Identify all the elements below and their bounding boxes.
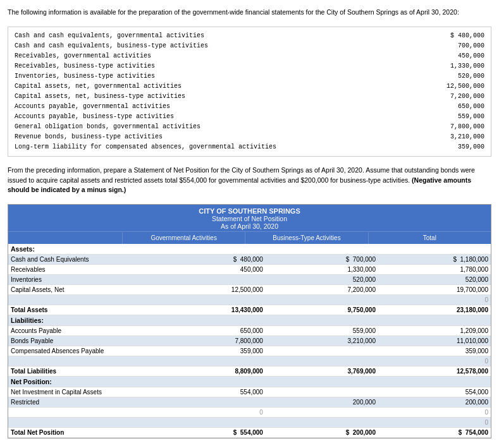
info-label-1: Cash and cash equivalents, governmental … bbox=[15, 31, 421, 41]
col-header-biz: Business-Type Activities bbox=[245, 232, 367, 244]
accounts-payable-label: Accounts Payable bbox=[8, 326, 153, 336]
cash-biz-dollar: $ bbox=[346, 256, 350, 263]
capital-row: Capital Assets, Net 12,500,000 7,200,000… bbox=[8, 285, 491, 295]
column-headers: Governmental Activities Business-Type Ac… bbox=[8, 231, 491, 244]
col-header-gov: Governmental Activities bbox=[122, 232, 245, 244]
info-label-10: General obligation bonds, governmental a… bbox=[15, 122, 421, 132]
statement-header: CITY OF SOUTHERN SPRINGS Statement of Ne… bbox=[8, 205, 491, 231]
net-position-header-row: Net Position: bbox=[8, 377, 491, 387]
total-liab-label: Total Liabilities bbox=[8, 366, 153, 377]
total-net-biz-dollar: $ bbox=[346, 429, 350, 436]
restricted-biz: 200,000 bbox=[266, 397, 378, 408]
accounts-payable-biz: 559,000 bbox=[266, 326, 378, 336]
assets-gov-empty bbox=[153, 244, 266, 255]
liab-gov-empty bbox=[153, 315, 266, 326]
info-label-7: Capital assets, net, business-type activ… bbox=[15, 92, 421, 102]
accounts-payable-gov: 650,000 bbox=[153, 326, 266, 336]
net-position-label: Net Position: bbox=[8, 377, 153, 387]
total-net-total: $ 754,000 bbox=[378, 428, 491, 438]
statement-title: Statement of Net Position bbox=[8, 215, 491, 222]
info-label-11: Revenue bonds, business-type activities bbox=[15, 132, 421, 142]
info-value-12: 359,000 bbox=[421, 142, 484, 152]
bonds-total: 11,010,000 bbox=[378, 336, 491, 346]
total-net-label: Total Net Position bbox=[8, 428, 153, 438]
total-net-biz-value: 200,000 bbox=[353, 429, 376, 436]
cash-total-value: 1,180,000 bbox=[460, 256, 489, 263]
info-value-6: 12,500,000 bbox=[421, 82, 484, 92]
info-row-6: Capital assets, net, governmental activi… bbox=[15, 82, 484, 92]
info-row-8: Accounts payable, governmental activitie… bbox=[15, 102, 484, 112]
np-biz-empty bbox=[266, 377, 378, 387]
info-value-8: 650,000 bbox=[421, 102, 484, 112]
comp-row: Compensated Absences Payable 359,000 359… bbox=[8, 346, 491, 356]
middle-text: From the preceding information, prepare … bbox=[8, 166, 491, 195]
bonds-row: Bonds Payable 7,800,000 3,210,000 11,010… bbox=[8, 336, 491, 346]
info-row-4: Receivables, business-type activities 1,… bbox=[15, 61, 484, 71]
total-liab-gov: 8,809,000 bbox=[153, 366, 266, 377]
bonds-label: Bonds Payable bbox=[8, 336, 153, 346]
total-net-biz: $ 200,000 bbox=[266, 428, 378, 438]
assets-spacer: 0 bbox=[8, 295, 491, 305]
np-total-empty bbox=[378, 377, 491, 387]
info-value-7: 7,200,000 bbox=[421, 92, 484, 102]
net-inv-row: Net Investment in Capital Assets 554,000… bbox=[8, 387, 491, 397]
receivables-label: Receivables bbox=[8, 265, 153, 275]
total-liab-total: 12,578,000 bbox=[378, 366, 491, 377]
net-inv-total: 554,000 bbox=[378, 387, 491, 397]
total-net-gov-dollar: $ bbox=[233, 429, 237, 436]
cash-total: $ 1,180,000 bbox=[378, 255, 491, 265]
info-row-9: Accounts payable, business-type activiti… bbox=[15, 112, 484, 122]
info-value-4: 1,330,000 bbox=[421, 61, 484, 71]
cash-label: Cash and Cash Equivalents bbox=[8, 255, 153, 265]
np-spacer2: 0 bbox=[8, 418, 491, 428]
np-spacer1: 0 0 bbox=[8, 408, 491, 418]
bonds-biz: 3,210,000 bbox=[266, 336, 378, 346]
comp-gov: 359,000 bbox=[153, 346, 266, 356]
assets-biz-empty bbox=[266, 244, 378, 255]
total-assets-gov: 13,430,000 bbox=[153, 305, 266, 315]
inventories-biz: 520,000 bbox=[266, 275, 378, 285]
receivables-total: 1,780,000 bbox=[378, 265, 491, 275]
liab-biz-empty bbox=[266, 315, 378, 326]
info-value-3: 450,000 bbox=[421, 51, 484, 61]
info-value-2: 700,000 bbox=[421, 41, 484, 51]
bonds-gov: 7,800,000 bbox=[153, 336, 266, 346]
receivables-gov: 450,000 bbox=[153, 265, 266, 275]
info-label-4: Receivables, business-type activities bbox=[15, 61, 421, 71]
info-label-6: Capital assets, net, governmental activi… bbox=[15, 82, 421, 92]
capital-label: Capital Assets, Net bbox=[8, 285, 153, 295]
assets-total-empty bbox=[378, 244, 491, 255]
cash-row: Cash and Cash Equivalents $ 480,000 $ 70… bbox=[8, 255, 491, 265]
info-row-12: Long-term liability for compensated abse… bbox=[15, 142, 484, 152]
net-inv-biz bbox=[266, 387, 378, 397]
statement-wrapper: CITY OF SOUTHERN SPRINGS Statement of Ne… bbox=[8, 204, 491, 439]
col-header-total: Total bbox=[368, 232, 491, 244]
info-row-7: Capital assets, net, business-type activ… bbox=[15, 92, 484, 102]
inventories-label: Inventories bbox=[8, 275, 153, 285]
liabilities-label: Liabilities: bbox=[8, 315, 153, 326]
info-row-3: Receivables, governmental activities 450… bbox=[15, 51, 484, 61]
total-liab-biz: 3,769,000 bbox=[266, 366, 378, 377]
capital-total: 19,700,000 bbox=[378, 285, 491, 295]
receivables-biz: 1,330,000 bbox=[266, 265, 378, 275]
info-table: Cash and cash equivalents, governmental … bbox=[8, 27, 491, 157]
col-header-empty bbox=[8, 232, 122, 244]
total-net-total-value: 754,000 bbox=[465, 429, 488, 436]
info-row-11: Revenue bonds, business-type activities … bbox=[15, 132, 484, 142]
info-row-1: Cash and cash equivalents, governmental … bbox=[15, 31, 484, 41]
inventories-gov bbox=[153, 275, 266, 285]
total-net-gov: $ 554,000 bbox=[153, 428, 266, 438]
cash-total-dollar: $ bbox=[453, 256, 457, 263]
info-label-12: Long-term liability for compensated abse… bbox=[15, 142, 421, 152]
restricted-gov bbox=[153, 397, 266, 408]
np-gov-empty bbox=[153, 377, 266, 387]
cash-gov: $ 480,000 bbox=[153, 255, 266, 265]
comp-total: 359,000 bbox=[378, 346, 491, 356]
total-net-total-dollar: $ bbox=[459, 429, 462, 436]
capital-biz: 7,200,000 bbox=[266, 285, 378, 295]
info-row-10: General obligation bonds, governmental a… bbox=[15, 122, 484, 132]
statement-date: As of April 30, 2020 bbox=[8, 222, 491, 230]
receivables-row: Receivables 450,000 1,330,000 1,780,000 bbox=[8, 265, 491, 275]
restricted-row: Restricted 200,000 200,000 bbox=[8, 397, 491, 408]
negative-note: (Negative amounts should be indicated by… bbox=[8, 176, 471, 194]
